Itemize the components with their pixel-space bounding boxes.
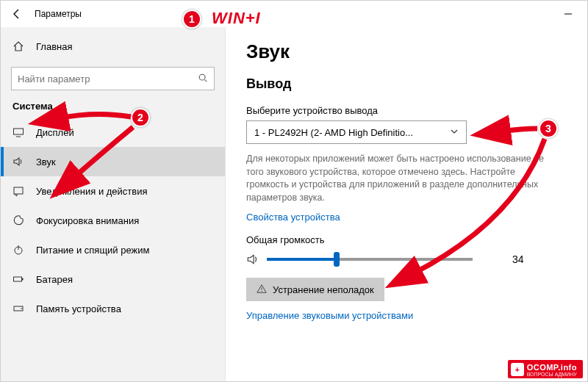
watermark-subtitle: ВОПРОСЫ АДМИНУ [527,372,577,377]
plus-icon: + [511,363,524,376]
watermark: + OCOMP.info ВОПРОСЫ АДМИНУ [508,360,583,378]
watermark-title: OCOMP.info [527,363,577,372]
